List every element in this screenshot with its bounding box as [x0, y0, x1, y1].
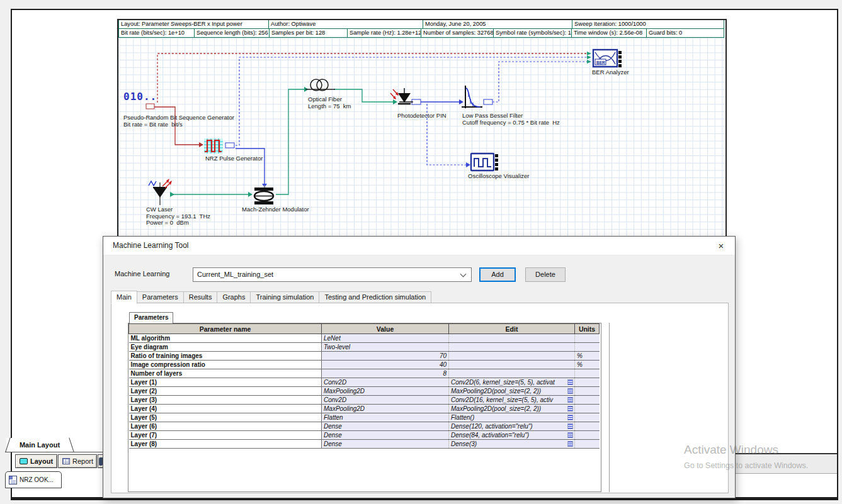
layout-icon	[20, 458, 28, 464]
param-value-cell[interactable]: MaxPooling2D	[322, 405, 449, 413]
tab-main[interactable]: Main	[111, 291, 137, 304]
tab-graphs[interactable]: Graphs	[217, 291, 251, 303]
component-cw-laser[interactable]	[149, 179, 172, 205]
param-edit-cell[interactable]	[449, 369, 575, 378]
edit-list-icon[interactable]	[567, 406, 573, 412]
param-row: Layer (1)Conv2DConv2D(6, kernel_size=(5,…	[129, 378, 600, 387]
laser-output-arrow	[170, 192, 174, 197]
table-header-row: Parameter nameValueEditUnits	[129, 324, 600, 334]
param-value-cell[interactable]: Two-level	[322, 343, 449, 352]
param-value-cell[interactable]: 8	[322, 369, 449, 378]
subtab-parameters[interactable]: Parameters	[129, 312, 173, 323]
cw-laser-label: CW LaserFrequency = 193.1 THzPower = 0 d…	[146, 206, 210, 227]
param-units-cell	[575, 396, 600, 405]
param-value-cell[interactable]: Dense	[322, 422, 449, 431]
add-button[interactable]: Add	[479, 267, 516, 282]
param-row: Image compression ratio40%	[129, 361, 600, 369]
table-header-cell: Units	[575, 324, 600, 334]
tab-slant-left	[5, 437, 10, 452]
tab-testing-and-prediction-simulation[interactable]: Testing and Prediction simulation	[319, 291, 431, 303]
param-value-cell[interactable]: Conv2D	[322, 378, 449, 387]
param-edit-cell[interactable]: MaxPooling2D(pool_size=(2, 2))	[449, 405, 575, 413]
close-icon[interactable]: ×	[711, 238, 731, 254]
dialog-titlebar[interactable]: Machine Learning Tool ×	[103, 237, 735, 255]
layout-button-label: Layout	[30, 457, 53, 465]
filter-input-arrow	[459, 99, 464, 104]
ber-input1-arrow	[587, 52, 591, 55]
param-value-cell[interactable]: Flatten	[322, 413, 449, 422]
component-ber-analyzer[interactable]: BER	[593, 50, 622, 67]
report-view-button[interactable]: Report	[58, 454, 97, 468]
edit-list-icon[interactable]	[567, 423, 573, 429]
prbs-label: Pseudo-Random Bit Sequence GeneratorBit …	[123, 115, 234, 128]
param-units-cell	[575, 422, 600, 431]
tab-parameters[interactable]: Parameters	[137, 291, 184, 303]
param-edit-cell[interactable]: Conv2D(6, kernel_size=(5, 5), activat	[449, 378, 575, 387]
filter-output-port	[484, 99, 492, 104]
delete-button[interactable]: Delete	[525, 267, 566, 282]
wire-nrz-to-mzm	[236, 148, 265, 185]
param-edit-cell[interactable]: Dense(84, activation="relu")	[449, 431, 575, 440]
screenshot-root: Layout: Parameter Sweeps-BER x Input pow…	[0, 0, 842, 504]
param-row: Layer (2)MaxPooling2DMaxPooling2D(pool_s…	[129, 387, 600, 396]
component-optical-fiber[interactable]	[305, 79, 335, 91]
param-edit-cell[interactable]: Dense(3)	[449, 440, 575, 449]
edit-list-icon[interactable]	[567, 441, 573, 447]
edit-list-icon[interactable]	[567, 388, 573, 394]
param-edit-cell[interactable]	[449, 343, 575, 352]
param-edit-cell[interactable]: Flatten()	[449, 413, 575, 422]
prbs-icon[interactable]: 010..	[123, 91, 157, 103]
edit-list-icon[interactable]	[567, 415, 573, 420]
ber-icon-label: BER	[596, 60, 605, 65]
parameters-pane: Parameter nameValueEditUnits ML algorith…	[128, 323, 601, 492]
table-header-cell: Edit	[449, 324, 575, 334]
tab-main-layout[interactable]: Main Layout	[6, 438, 73, 452]
bessel-label: Low Pass Bessel FilterCutoff frequency =…	[462, 113, 560, 126]
param-row: Ratio of training images70%	[129, 352, 600, 361]
param-row: Layer (7)DenseDense(84, activation="relu…	[129, 431, 600, 440]
param-edit-cell[interactable]	[449, 334, 575, 343]
nrz-input-arrow	[199, 142, 203, 147]
tab-training-simulation[interactable]: Training simulation	[250, 291, 319, 303]
window-edge-band	[736, 454, 837, 473]
param-value-cell[interactable]: 40	[322, 361, 449, 369]
layout-view-button[interactable]: Layout	[15, 454, 57, 468]
param-value-cell[interactable]: Dense	[322, 440, 449, 449]
param-value-cell[interactable]: Conv2D	[322, 396, 449, 405]
param-edit-cell[interactable]: Dense(120, activation="relu")	[449, 422, 575, 431]
param-edit-cell[interactable]: Conv2D(16, kernel_size=(5, 5), activ	[449, 396, 575, 405]
dialog-title: Machine Learning Tool	[113, 241, 189, 250]
edit-list-icon[interactable]	[567, 379, 573, 385]
tab-results[interactable]: Results	[183, 291, 218, 303]
training-set-combobox[interactable]: Current_ML_training_set	[193, 267, 472, 282]
component-mach-zehnder-modulator[interactable]	[254, 185, 273, 204]
chevron-down-icon	[460, 271, 467, 277]
component-oscilloscope-visualizer[interactable]	[471, 154, 498, 171]
table-header-cell: Parameter name	[129, 324, 322, 334]
window-edge-line2	[736, 473, 837, 474]
component-low-pass-bessel-filter[interactable]	[462, 86, 482, 108]
report-grid-icon	[62, 458, 70, 464]
pin-input-arrow	[393, 99, 397, 104]
param-units-cell: %	[575, 352, 600, 361]
param-row: Eye diagramTwo-level	[129, 343, 600, 352]
param-units-cell	[575, 378, 600, 387]
param-value-cell[interactable]: 70	[322, 352, 449, 361]
param-value-cell[interactable]: Dense	[322, 431, 449, 440]
param-name-cell: Layer (5)	[129, 413, 322, 422]
param-edit-cell[interactable]	[449, 352, 575, 361]
param-edit-cell[interactable]	[449, 361, 575, 369]
param-value-cell[interactable]: LeNet	[322, 334, 449, 343]
edit-list-icon[interactable]	[567, 432, 573, 438]
tab-nrz-ook-project[interactable]: NRZ OOK...	[5, 471, 62, 488]
param-edit-cell[interactable]: MaxPooling2D(pool_size=(2, 2))	[449, 387, 575, 396]
wire-filter-to-ber	[492, 62, 587, 102]
nrz-tab-label: NRZ OOK...	[20, 476, 54, 483]
scope-input-arrow	[466, 162, 470, 167]
param-value-cell[interactable]: MaxPooling2D	[322, 387, 449, 396]
pane-splitter[interactable]	[609, 323, 610, 492]
edit-list-icon[interactable]	[567, 397, 573, 403]
machine-learning-tool-dialog: Machine Learning Tool × Machine Learning…	[103, 236, 736, 498]
param-name-cell: Layer (8)	[129, 440, 322, 449]
component-nrz-pulse-generator[interactable]	[204, 138, 223, 154]
